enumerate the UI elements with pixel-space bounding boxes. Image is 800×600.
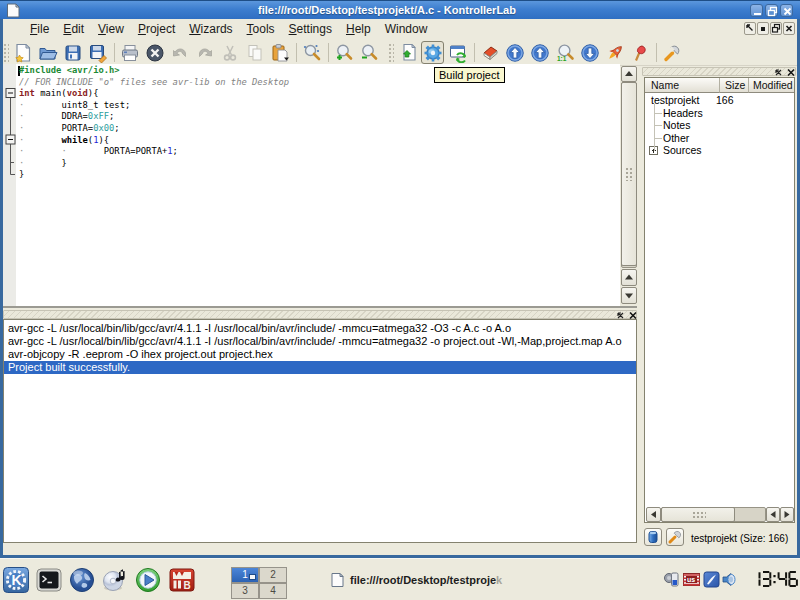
menu-help[interactable]: Help [339, 19, 378, 36]
zoom-out-button[interactable] [357, 41, 380, 64]
desktop-pager[interactable]: 1234 [231, 567, 287, 599]
code-editor[interactable]: #include <avr/io.h>// FOR INCLUDE "o" fi… [3, 64, 620, 306]
upload-eeprom-button[interactable] [528, 41, 551, 64]
power-manager-tray-icon[interactable] [663, 571, 680, 588]
undo-icon [170, 43, 190, 63]
rebuild-all-button[interactable] [446, 41, 469, 64]
mdi-restore-button[interactable] [770, 22, 782, 35]
redo-button[interactable] [193, 41, 216, 64]
column-header-size[interactable]: Size [720, 78, 749, 93]
dock-float-button-2[interactable] [774, 68, 785, 77]
menu-tools[interactable]: Tools [240, 19, 282, 36]
build-output-panel[interactable]: avr-gcc -L /usr/local/bin/lib/gcc/avr/4.… [3, 319, 637, 543]
mdi-minimize-button[interactable] [757, 22, 769, 35]
paste-button[interactable] [268, 41, 291, 64]
menu-wizards[interactable]: Wizards [182, 19, 239, 36]
build-project-button[interactable] [421, 41, 444, 64]
scroll-thumb[interactable] [621, 82, 637, 266]
open-folder-button[interactable] [36, 41, 59, 64]
menu-settings[interactable]: Settings [282, 19, 339, 36]
taskbar-task[interactable]: file:///root/Desktop/testprojek [330, 568, 502, 592]
minimize-button[interactable] [750, 4, 763, 17]
tree-row-other[interactable]: Other [645, 132, 794, 145]
terminal-launcher[interactable] [36, 567, 62, 593]
taskbar-clock[interactable] [751, 571, 799, 587]
zoom-in-button[interactable] [332, 41, 355, 64]
project-tree[interactable]: Name Size Modified testprojekt166Headers… [644, 77, 795, 523]
cut-button[interactable] [218, 41, 241, 64]
tree-header[interactable]: Name Size Modified [645, 78, 794, 93]
tree-row-testprojekt[interactable]: testprojekt166 [645, 94, 794, 107]
kontrollerlab-launcher[interactable]: B [169, 567, 195, 593]
output-dock-handle[interactable] [3, 310, 637, 319]
tree-scroll-left-button[interactable] [646, 507, 661, 522]
erase-button[interactable] [478, 41, 501, 64]
new-file-button[interactable] [11, 41, 34, 64]
save-as-button[interactable] [86, 41, 109, 64]
tree-scroll-right-button[interactable] [780, 507, 794, 522]
scroll-down-button[interactable] [621, 287, 637, 304]
code-line: · uint8_t test; [19, 100, 289, 112]
stop-button[interactable] [143, 41, 166, 64]
toolbar-separator [296, 43, 297, 62]
multimedia-launcher[interactable] [102, 567, 128, 593]
toolbar-handle[interactable] [2, 42, 9, 63]
menu-file[interactable]: File [23, 19, 56, 36]
compile-file-button[interactable] [396, 41, 419, 64]
pager-desktop-1[interactable]: 1 [231, 567, 259, 583]
column-header-name[interactable]: Name [645, 78, 720, 93]
media-player-launcher[interactable] [135, 567, 161, 593]
kmenu-button[interactable]: K [3, 567, 29, 593]
output-line[interactable]: avr-gcc -L /usr/local/bin/lib/gcc/avr/4.… [4, 335, 636, 348]
keyboard-layout-tray-icon[interactable]: us [683, 571, 700, 588]
window-titlebar[interactable]: file:///root/Desktop/testprojekt/A.c - K… [0, 0, 800, 19]
configure-button[interactable] [660, 41, 683, 64]
tree-scroll-left-button-2[interactable] [766, 507, 780, 522]
project-status-label: testprojekt (Size: 166) [691, 533, 788, 544]
fold-markers[interactable] [3, 64, 19, 254]
ignite-button[interactable] [603, 41, 626, 64]
pager-desktop-2[interactable]: 2 [259, 567, 287, 583]
tree-row-notes[interactable]: Notes [645, 119, 794, 132]
ignite-icon [605, 43, 625, 63]
print-button[interactable] [118, 41, 141, 64]
menu-project[interactable]: Project [131, 19, 182, 36]
menubar: FileEditViewProjectWizardsToolsSettingsH… [0, 19, 800, 40]
tree-row-headers[interactable]: Headers [645, 107, 794, 120]
mdi-close-button[interactable] [783, 22, 795, 35]
undo-button[interactable] [168, 41, 191, 64]
menu-view[interactable]: View [91, 19, 131, 36]
pager-desktop-3[interactable]: 3 [231, 583, 259, 599]
copy-button[interactable] [243, 41, 266, 64]
web-browser-launcher[interactable] [69, 567, 95, 593]
menu-window[interactable]: Window [378, 19, 435, 36]
tree-row-sources[interactable]: Sources [645, 144, 794, 157]
project-dock-handle[interactable] [642, 67, 796, 76]
memory-view-button[interactable] [644, 528, 662, 546]
scroll-up-button[interactable] [621, 66, 637, 82]
close-button[interactable] [780, 4, 793, 17]
output-line[interactable]: avr-objcopy -R .eeprom -O ihex project.o… [4, 348, 636, 361]
restore-button[interactable] [765, 4, 778, 17]
dock-close-button-2[interactable] [786, 68, 797, 77]
volume-tray-icon[interactable] [721, 571, 738, 588]
splitter-horizontal[interactable] [3, 306, 637, 308]
program-fuses-button[interactable] [628, 41, 651, 64]
project-configure-button[interactable] [666, 528, 684, 546]
scroll-up-button-2[interactable] [621, 269, 637, 286]
mdi-undock-button[interactable] [744, 22, 756, 35]
save-button[interactable] [61, 41, 84, 64]
download-button[interactable] [578, 41, 601, 64]
verify-button[interactable]: 1:1 [553, 41, 576, 64]
menu-edit[interactable]: Edit [56, 19, 91, 36]
tree-scroll-thumb[interactable] [661, 507, 735, 522]
klipper-tray-icon[interactable] [703, 571, 720, 588]
find-button[interactable] [300, 41, 323, 64]
output-line[interactable]: avr-gcc -L /usr/local/bin/lib/gcc/avr/4.… [4, 322, 636, 335]
output-line-selected[interactable]: Project built successfully. [4, 361, 636, 374]
upload-flash-button[interactable] [503, 41, 526, 64]
pager-desktop-4[interactable]: 4 [259, 583, 287, 599]
find-icon [302, 43, 322, 63]
column-header-modified[interactable]: Modified [749, 78, 794, 93]
toolbar-handle[interactable] [387, 42, 394, 63]
